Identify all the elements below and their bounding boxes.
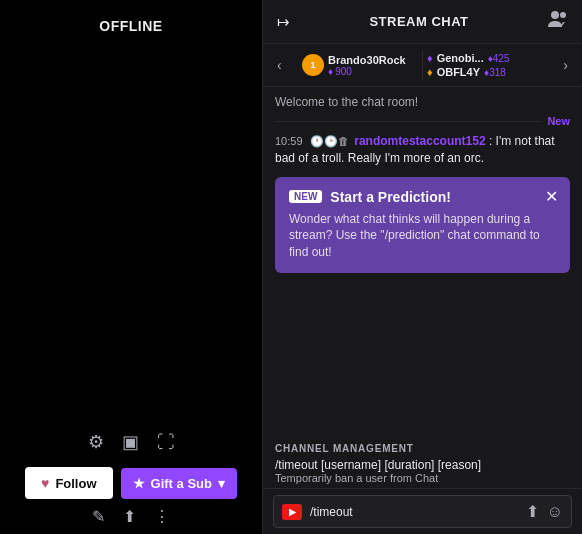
svg-point-1 xyxy=(560,12,566,18)
bottom-icons-row: ✎ ⬆ ⋮ xyxy=(92,507,170,526)
prediction-header: NEW Start a Prediction! xyxy=(289,189,556,205)
obfl4y-points: ♦318 xyxy=(484,67,506,78)
user-name-brando: Brando30Rock xyxy=(328,54,406,66)
prediction-card: NEW Start a Prediction! ✕ Wonder what ch… xyxy=(275,177,570,273)
chat-message-row: 10:59 🕐🕑🗑 randomtestaccount152 : I'm not… xyxy=(275,133,570,167)
user-row-genobi: ♦ Genobi... ♦425 xyxy=(427,52,509,64)
user-info-brando: Brando30Rock ♦ 900 xyxy=(328,54,406,77)
more-icon[interactable]: ⋮ xyxy=(154,507,170,526)
chat-user-icon[interactable] xyxy=(548,10,568,33)
chat-input-actions: ⬆ ☺ xyxy=(526,502,563,521)
camera-icon: ▶ xyxy=(282,504,302,520)
user-card-brando: 1 Brando30Rock ♦ 900 xyxy=(290,54,418,77)
message-username: randomtestaccount152 xyxy=(354,134,485,148)
emoji-icon[interactable]: ☺ xyxy=(547,503,563,521)
right-chevron-icon[interactable]: › xyxy=(559,57,572,73)
user-row-obfl4y: ♦ OBFL4Y ♦318 xyxy=(427,66,506,78)
user-points-brando: ♦ 900 xyxy=(328,66,406,77)
settings-button[interactable]: ⚙ xyxy=(88,431,104,453)
star-icon: ★ xyxy=(133,476,145,491)
new-messages-divider: New xyxy=(275,115,570,127)
offline-label: OFFLINE xyxy=(99,18,162,34)
chat-input-row: ▶ ⬆ ☺ xyxy=(273,495,572,528)
users-divider xyxy=(422,50,423,80)
left-bottom-controls: ⚙ ▣ ⛶ ♥ Follow ★ Gift a Sub ▾ ✎ ⬆ ⋮ xyxy=(0,425,262,526)
prediction-title: Start a Prediction! xyxy=(330,189,556,205)
chevron-down-icon: ▾ xyxy=(218,476,225,491)
prediction-close-button[interactable]: ✕ xyxy=(545,187,558,206)
chat-input-field[interactable] xyxy=(310,505,518,519)
user-badge-brando: 1 xyxy=(302,54,324,76)
follow-button[interactable]: ♥ Follow xyxy=(25,467,112,499)
chat-header: ↦ STREAM CHAT xyxy=(263,0,582,44)
chat-back-icon[interactable]: ↦ xyxy=(277,13,290,31)
follow-label: Follow xyxy=(55,476,96,491)
users-row: ‹ 1 Brando30Rock ♦ 900 ♦ Genobi... ♦425 … xyxy=(263,44,582,87)
heart-icon: ♥ xyxy=(41,475,49,491)
message-timestamp: 10:59 xyxy=(275,135,303,147)
chat-body: Welcome to the chat room! New 10:59 🕐🕑🗑 … xyxy=(263,87,582,435)
user-name-genobi: Genobi... xyxy=(437,52,484,64)
action-buttons-row: ♥ Follow ★ Gift a Sub ▾ xyxy=(25,467,237,499)
obfl4y-gem-icon: ♦ xyxy=(427,66,433,78)
genobi-points: ♦425 xyxy=(488,53,510,64)
left-chevron-icon[interactable]: ‹ xyxy=(273,57,286,73)
prediction-body: Wonder what chat thinks will happen duri… xyxy=(289,211,556,261)
svg-point-0 xyxy=(551,11,559,19)
video-controls-row: ⚙ ▣ ⛶ xyxy=(88,425,175,459)
layout-button[interactable]: ▣ xyxy=(122,431,139,453)
user-name-obfl4y: OBFL4Y xyxy=(437,66,480,78)
prediction-new-tag: NEW xyxy=(289,190,322,203)
gift-sub-button[interactable]: ★ Gift a Sub ▾ xyxy=(121,468,237,499)
gift-label: Gift a Sub xyxy=(151,476,212,491)
divider-line xyxy=(275,121,541,122)
new-badge: New xyxy=(547,115,570,127)
badge-num: 1 xyxy=(311,60,316,70)
message-icons: 🕐🕑🗑 xyxy=(310,135,349,147)
welcome-message: Welcome to the chat room! xyxy=(275,95,570,109)
points-gem-icon: ♦ xyxy=(328,66,333,77)
expand-button[interactable]: ⛶ xyxy=(157,432,175,453)
channel-mgmt-label: CHANNEL MANAGEMENT xyxy=(275,443,570,454)
channel-management-section: CHANNEL MANAGEMENT /timeout [username] [… xyxy=(263,435,582,488)
chat-title: STREAM CHAT xyxy=(290,14,548,29)
left-panel: OFFLINE ⚙ ▣ ⛶ ♥ Follow ★ Gift a Sub ▾ ✎ … xyxy=(0,0,262,534)
pencil-icon[interactable]: ✎ xyxy=(92,507,105,526)
upload-icon[interactable]: ⬆ xyxy=(526,502,539,521)
chat-input-area: ▶ ⬆ ☺ xyxy=(263,488,582,534)
user-card-right: ♦ Genobi... ♦425 ♦ OBFL4Y ♦318 xyxy=(427,52,555,78)
command-hint-sub: Temporarily ban a user from Chat xyxy=(275,472,570,484)
stream-chat-panel: ↦ STREAM CHAT ‹ 1 Brando30Rock ♦ 900 xyxy=(262,0,582,534)
share-icon[interactable]: ⬆ xyxy=(123,507,136,526)
genobi-gem-icon: ♦ xyxy=(427,52,433,64)
command-hint-text: /timeout [username] [duration] [reason] xyxy=(275,458,570,472)
